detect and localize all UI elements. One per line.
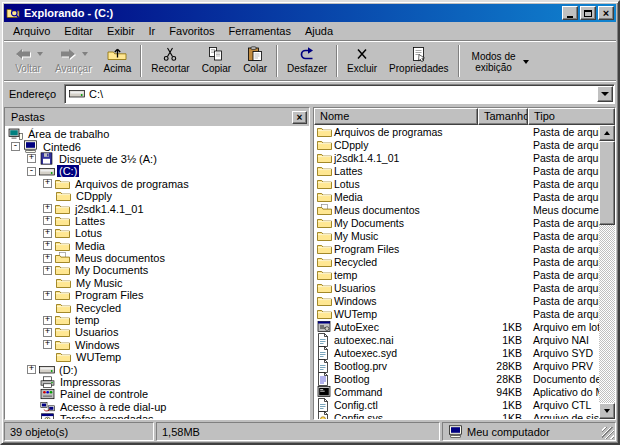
file-type: Arquivo CTL — [528, 399, 599, 411]
folders-close-button[interactable]: × — [292, 111, 307, 124]
toolbar-excluir-button[interactable]: Excluir — [341, 43, 383, 79]
main-area: Pastas × Área de trabalho-Cinted6+Disque… — [4, 107, 616, 420]
tree-item[interactable]: +Lattes — [5, 215, 309, 227]
scroll-up-button[interactable] — [599, 125, 615, 141]
file-row[interactable]: My DocumentsPasta de arquivos — [314, 216, 599, 229]
tree-item[interactable]: +Arquivos de programas — [5, 178, 309, 190]
menu-item-favoritos[interactable]: Favoritos — [162, 23, 221, 39]
file-row[interactable]: Command94KBAplicativo do MS-D — [314, 385, 599, 398]
file-row[interactable]: tempPasta de arquivos — [314, 268, 599, 281]
tree-expander-plus-icon[interactable]: + — [43, 328, 52, 337]
file-row[interactable]: LattesPasta de arquivos — [314, 164, 599, 177]
close-button[interactable]: × — [598, 6, 614, 20]
tree-expander-plus-icon[interactable]: + — [43, 241, 52, 250]
tree-expander-plus-icon[interactable]: + — [43, 291, 52, 300]
address-combo[interactable]: C:\ — [64, 84, 615, 104]
menu-item-ajuda[interactable]: Ajuda — [298, 23, 340, 39]
file-row[interactable]: UsuariosPasta de arquivos — [314, 281, 599, 294]
tree-expander-plus-icon[interactable]: + — [43, 204, 52, 213]
scroll-down-button[interactable] — [599, 403, 615, 419]
file-row[interactable]: Autoexec.syd1KBArquivo SYD — [314, 346, 599, 359]
tree-expander-plus-icon[interactable]: + — [43, 216, 52, 225]
file-row[interactable]: My MusicPasta de arquivos — [314, 229, 599, 242]
tree-expander-plus-icon[interactable]: + — [43, 340, 52, 349]
column-header-size[interactable]: Tamanho — [478, 108, 528, 125]
tree-expander-plus-icon[interactable]: + — [43, 266, 52, 275]
file-row[interactable]: WindowsPasta de arquivos — [314, 294, 599, 307]
tree-expander-plus-icon[interactable]: + — [43, 254, 52, 263]
tree-item-label: (C:) — [57, 165, 79, 177]
toolbar-recortar-button[interactable]: Recortar — [145, 43, 195, 79]
scrollbar-thumb[interactable] — [599, 141, 615, 225]
titlebar[interactable]: Explorando - (C:) × — [4, 4, 616, 22]
tree-expander-plus-icon[interactable]: + — [27, 365, 36, 374]
tree-item[interactable]: +temp — [5, 314, 309, 326]
tree-item[interactable]: Área de trabalho — [5, 128, 309, 140]
tree-item[interactable]: Acesso à rede dial-up — [5, 401, 309, 413]
tree-expander-plus-icon[interactable]: + — [27, 154, 36, 163]
column-header-type[interactable]: Tipo — [528, 108, 615, 125]
tree-item[interactable]: Impressoras — [5, 376, 309, 388]
toolbar-colar-button[interactable]: Colar — [237, 43, 273, 79]
file-row[interactable]: Bootlog.prv28KBArquivo PRV — [314, 359, 599, 372]
file-row[interactable]: RecycledPasta de arquivos — [314, 255, 599, 268]
tree-item[interactable]: Painel de controle — [5, 388, 309, 400]
file-row[interactable]: MediaPasta de arquivos — [314, 190, 599, 203]
tree-item[interactable]: +Usuarios — [5, 326, 309, 338]
menu-item-editar[interactable]: Editar — [57, 23, 100, 39]
resize-grip[interactable] — [602, 427, 614, 439]
file-row[interactable]: Meus documentosMeus documentos — [314, 203, 599, 216]
tree-expander-minus-icon[interactable]: - — [11, 142, 20, 151]
address-dropdown-button[interactable] — [597, 86, 613, 102]
toolbar-voltar-button[interactable]: Voltar — [7, 43, 49, 79]
tree-expander-plus-icon[interactable]: + — [43, 229, 52, 238]
file-row[interactable]: WUTempPasta de arquivos — [314, 307, 599, 320]
tree-item[interactable]: +Meus documentos — [5, 252, 309, 264]
tree-expander-minus-icon[interactable]: - — [27, 167, 36, 176]
tree-item[interactable]: +Disquete de 3½ (A:) — [5, 153, 309, 165]
menu-item-ferramentas[interactable]: Ferramentas — [222, 23, 298, 39]
file-name: AutoExec — [332, 321, 478, 333]
file-row[interactable]: CDpplyPasta de arquivos — [314, 138, 599, 151]
tree-item[interactable]: +Media — [5, 240, 309, 252]
tree-item[interactable]: Tarefas agendadas — [5, 413, 309, 419]
scrollbar-track[interactable] — [599, 141, 615, 403]
tree-item[interactable]: +Windows — [5, 339, 309, 351]
toolbar-propriedades-button[interactable]: Propriedades — [383, 43, 454, 79]
tree-item[interactable]: +j2sdk1.4.1_01 — [5, 202, 309, 214]
tree-expander-plus-icon[interactable]: + — [43, 179, 52, 188]
menu-item-ir[interactable]: Ir — [142, 23, 163, 39]
file-row[interactable]: j2sdk1.4.1_01Pasta de arquivos — [314, 151, 599, 164]
minimize-button[interactable] — [562, 6, 578, 20]
toolbar-acima-button[interactable]: Acima — [98, 43, 138, 79]
tree-item[interactable]: Recycled — [5, 301, 309, 313]
tree-item[interactable]: -Cinted6 — [5, 140, 309, 152]
tree-item[interactable]: +(D:) — [5, 363, 309, 375]
statusbar: 39 objeto(s) 1,58MB Meu computador — [4, 420, 616, 441]
file-row[interactable]: autoexec.nai1KBArquivo NAI — [314, 333, 599, 346]
tree-item[interactable]: WUTemp — [5, 351, 309, 363]
menu-item-exibir[interactable]: Exibir — [100, 23, 142, 39]
tree-item[interactable]: -(C:) — [5, 165, 309, 177]
file-row[interactable]: Config.ctl1KBArquivo CTL — [314, 398, 599, 411]
vertical-scrollbar[interactable] — [599, 125, 615, 419]
file-row[interactable]: AutoExec1KBArquivo em lotes MS — [314, 320, 599, 333]
toolbar-copiar-button[interactable]: Copiar — [196, 43, 237, 79]
toolbar-desfazer-button[interactable]: Desfazer — [281, 43, 333, 79]
toolbar-modos-button[interactable]: Modos de exibição — [463, 43, 535, 79]
tree-item[interactable]: CDpply — [5, 190, 309, 202]
tree-item[interactable]: My Music — [5, 277, 309, 289]
file-row[interactable]: Arquivos de programasPasta de arquivos — [314, 125, 599, 138]
toolbar-avancar-button[interactable]: Avançar — [49, 43, 98, 79]
tree-item[interactable]: +My Documents — [5, 264, 309, 276]
menu-item-arquivo[interactable]: Arquivo — [6, 23, 57, 39]
maximize-button[interactable] — [580, 6, 596, 20]
file-row[interactable]: LotusPasta de arquivos — [314, 177, 599, 190]
tree-item[interactable]: +Lotus — [5, 227, 309, 239]
file-row[interactable]: Bootlog28KBDocumento de texto — [314, 372, 599, 385]
file-row[interactable]: Program FilesPasta de arquivos — [314, 242, 599, 255]
tree-item[interactable]: +Program Files — [5, 289, 309, 301]
tree-expander-plus-icon[interactable]: + — [43, 316, 52, 325]
column-header-name[interactable]: Nome — [314, 108, 478, 125]
file-row[interactable]: Config.sys1KBArquivo de sistema — [314, 411, 599, 419]
